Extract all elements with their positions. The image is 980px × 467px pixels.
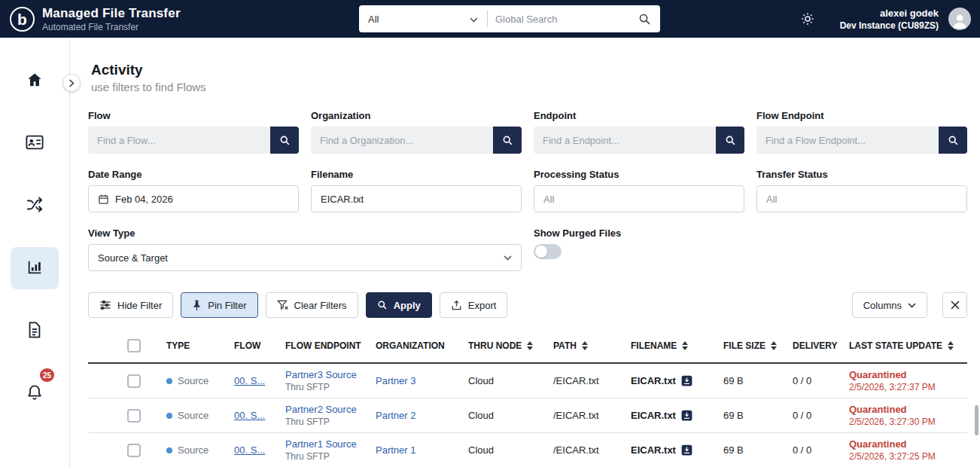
columns-button[interactable]: Columns xyxy=(852,292,927,318)
sort-icon[interactable] xyxy=(682,341,688,350)
search-icon xyxy=(725,135,736,146)
endpoint-search-input[interactable] xyxy=(534,127,716,154)
row-checkbox[interactable] xyxy=(127,409,141,423)
filename-cell: EICAR.txt xyxy=(631,410,676,421)
download-icon[interactable] xyxy=(681,375,692,386)
sort-icon[interactable] xyxy=(771,341,777,350)
flow-endpoint-link[interactable]: Partner1 Source xyxy=(285,438,357,450)
theme-sun-icon[interactable] xyxy=(801,12,814,26)
user-name: alexei godek xyxy=(840,8,939,19)
flow-endpoint-search-input[interactable] xyxy=(756,127,939,154)
sort-icon[interactable] xyxy=(527,341,533,350)
flow-link[interactable]: 00. S... xyxy=(234,375,265,386)
search-scope-select[interactable]: All xyxy=(359,5,487,32)
download-icon[interactable] xyxy=(681,410,692,421)
transfer-status-value: All xyxy=(766,194,777,205)
filter-toolbar: Hide Filter Pin Filter Clear Filters App… xyxy=(88,292,967,318)
sidebar-item-organizations[interactable] xyxy=(11,122,59,164)
flow-endpoint-label: Flow Endpoint xyxy=(756,110,967,121)
transfer-status-input[interactable]: All xyxy=(756,185,967,212)
filename-label: Filename xyxy=(311,169,522,180)
view-type-select[interactable]: Source & Target xyxy=(88,244,522,271)
col-last-state-update[interactable]: LAST STATE UPDATE xyxy=(843,330,967,363)
date-range-label: Date Range xyxy=(88,169,299,180)
export-icon xyxy=(451,300,462,311)
brand: b Managed File Transfer Automated File T… xyxy=(10,6,181,32)
sidebar-item-home[interactable] xyxy=(11,60,59,102)
status-badge: Quarantined xyxy=(849,369,961,380)
close-icon xyxy=(951,301,960,310)
top-right-group: alexei godek Dev Instance (CU89ZS) xyxy=(801,0,971,38)
sort-icon[interactable] xyxy=(948,341,954,350)
row-checkbox[interactable] xyxy=(127,444,141,457)
apply-button[interactable]: Apply xyxy=(366,292,432,318)
filter-flow-endpoint: Flow Endpoint xyxy=(756,110,967,154)
thru-node-cell: Cloud xyxy=(462,398,547,433)
filename-cell: EICAR.txt xyxy=(631,375,676,386)
file-size-cell: 69 B xyxy=(717,398,787,433)
filter-date-range: Date Range Feb 04, 2026 xyxy=(88,169,299,212)
sidebar-item-documents[interactable] xyxy=(11,310,59,352)
download-icon[interactable] xyxy=(681,444,692,456)
search-icon[interactable] xyxy=(635,13,660,26)
chevron-right-icon xyxy=(68,79,75,87)
avatar[interactable] xyxy=(948,8,971,30)
hide-filter-button[interactable]: Hide Filter xyxy=(88,292,173,318)
organization-search-input[interactable] xyxy=(311,127,493,154)
show-purged-toggle[interactable] xyxy=(534,244,562,259)
flow-link[interactable]: 00. S... xyxy=(234,410,265,421)
global-search-input[interactable] xyxy=(488,5,635,32)
date-range-input[interactable]: Feb 04, 2026 xyxy=(88,185,299,212)
flow-endpoint-link[interactable]: Partner3 Source xyxy=(285,369,357,380)
endpoint-label: Endpoint xyxy=(534,110,744,121)
chevron-down-icon xyxy=(908,303,916,308)
flow-link[interactable]: 00. S... xyxy=(234,444,265,456)
notification-badge: 25 xyxy=(40,368,54,382)
scrollbar-thumb[interactable] xyxy=(975,405,978,435)
source-dot-icon xyxy=(166,447,172,453)
sort-icon[interactable] xyxy=(582,341,588,350)
filename-input[interactable] xyxy=(311,185,522,212)
pin-filter-button[interactable]: Pin Filter xyxy=(181,292,257,318)
sidebar-item-flows[interactable] xyxy=(11,185,59,227)
transfer-status-label: Transfer Status xyxy=(756,169,967,180)
sidebar-expand-toggle[interactable] xyxy=(62,74,81,92)
export-button[interactable]: Export xyxy=(440,292,508,318)
col-flow: FLOW xyxy=(228,330,279,363)
flow-search-button[interactable] xyxy=(270,127,299,154)
sidebar: 25 xyxy=(0,38,70,467)
col-file-size[interactable]: FILE SIZE xyxy=(717,330,787,363)
organization-link[interactable]: Partner 2 xyxy=(376,410,415,421)
instance-label: Dev Instance (CU89ZS) xyxy=(840,20,939,31)
delivery-cell: 0 / 0 xyxy=(787,363,843,398)
col-filename[interactable]: FILENAME xyxy=(625,330,717,363)
thru-node-cell: Cloud xyxy=(462,363,547,398)
col-flow-endpoint: FLOW ENDPOINT xyxy=(279,330,370,363)
status-time: 2/5/2026, 3:27:30 PM xyxy=(849,417,961,427)
sidebar-item-activity[interactable] xyxy=(11,247,59,289)
flow-endpoint-search-button[interactable] xyxy=(939,127,967,154)
clear-filters-button[interactable]: Clear Filters xyxy=(266,292,358,318)
row-checkbox[interactable] xyxy=(127,374,141,388)
processing-status-input[interactable]: All xyxy=(534,185,744,212)
sidebar-item-notifications[interactable]: 25 xyxy=(11,372,59,414)
close-filter-button[interactable] xyxy=(942,292,967,318)
organization-label: Organization xyxy=(311,110,522,121)
organization-link[interactable]: Partner 3 xyxy=(376,375,415,386)
path-cell: /EICAR.txt xyxy=(547,398,625,433)
organization-link[interactable]: Partner 1 xyxy=(376,444,415,456)
activity-chart-icon xyxy=(26,259,43,278)
columns-label: Columns xyxy=(863,300,902,311)
endpoint-search-button[interactable] xyxy=(716,127,744,154)
select-all-checkbox[interactable] xyxy=(127,339,141,353)
organization-search-button[interactable] xyxy=(493,127,522,154)
col-thru-node[interactable]: THRU NODE xyxy=(462,330,547,363)
top-bar: b Managed File Transfer Automated File T… xyxy=(0,0,980,38)
search-icon xyxy=(948,135,959,146)
type-label: Source xyxy=(178,375,208,386)
flow-search-input[interactable] xyxy=(88,127,270,154)
filter-flow: Flow xyxy=(88,110,299,154)
flow-endpoint-link[interactable]: Partner2 Source xyxy=(285,404,357,415)
source-dot-icon xyxy=(166,413,172,419)
col-path[interactable]: PATH xyxy=(547,330,625,363)
